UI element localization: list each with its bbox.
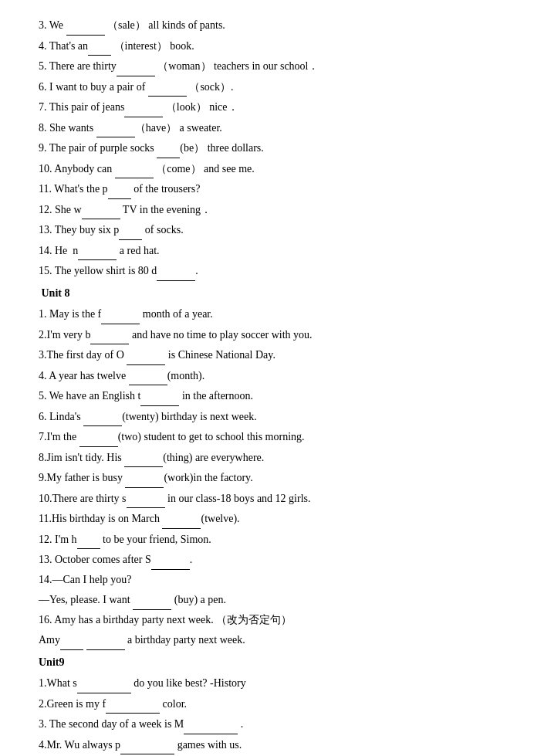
- blank-u8-17b: [86, 630, 125, 650]
- u8-line-7: 7.I'm the (two) student to get to school…: [39, 427, 495, 447]
- blank-u8-10: [127, 489, 165, 509]
- blank-u8-4: [129, 366, 167, 386]
- u8-line-8: 8.Jim isn't tidy. His (thing) are everyw…: [39, 448, 495, 468]
- blank-u9-2: [106, 694, 160, 714]
- u9-line-3: 3. The second day of a week is M .: [39, 714, 495, 734]
- blank-u8-3: [127, 345, 165, 365]
- blank-u8-2: [90, 325, 129, 345]
- blank-u8-17a: [60, 630, 83, 650]
- u9-line-2: 2.Green is my f color.: [39, 694, 495, 714]
- u8-line-11: 11.His birthday is on March (twelve).: [39, 509, 495, 529]
- u8-line-4: 4. A year has twelve (month).: [39, 366, 495, 386]
- u8-line-14: 14.—Can I help you?: [39, 571, 495, 590]
- u8-line-10: 10.There are thirty s in our class-18 bo…: [39, 489, 495, 509]
- line-4: 4. That's an （interest） book.: [39, 36, 495, 56]
- blank-u8-13: [151, 550, 190, 570]
- u8-line-6: 6. Linda's (twenty) birthday is next wee…: [39, 407, 495, 427]
- line-5: 5. There are thirty （woman） teachers in …: [39, 56, 495, 76]
- u8-instruction: （改为否定句）: [216, 614, 292, 625]
- blank-sale: [66, 15, 105, 36]
- main-content: 3. We （sale） all kinds of pants. 4. That…: [39, 15, 495, 756]
- blank-sock: [148, 77, 187, 97]
- u8-line-5: 5. We have an English t in the afternoon…: [39, 386, 495, 406]
- line-7: 7. This pair of jeans （look） nice．: [39, 97, 495, 117]
- line-9: 9. The pair of purple socks (be） three d…: [39, 138, 495, 158]
- blank-u9-3: [184, 714, 238, 734]
- line-11: 11. What's the p of the trousers?: [39, 179, 495, 199]
- u9-line-4: 4.Mr. Wu always p games with us.: [39, 735, 495, 755]
- blank-u8-9: [125, 468, 164, 488]
- blank-u9-4: [120, 735, 174, 755]
- blank-be: [157, 138, 180, 158]
- blank-u9-1: [77, 673, 131, 693]
- u8-line-17: Amy a birthday party next week.: [39, 630, 495, 650]
- u8-line-12: 12. I'm h to be your friend, Simon.: [39, 530, 495, 550]
- line-3: 3. We （sale） all kinds of pants.: [39, 15, 495, 36]
- line-10: 10. Anybody can （come） and see me.: [39, 159, 495, 179]
- blank-n: [78, 241, 117, 261]
- blank-u8-5: [140, 386, 179, 406]
- u8-line-1: 1. May is the f month of a year.: [39, 304, 495, 324]
- blank-w: [82, 200, 120, 220]
- blank-u8-6: [83, 407, 122, 427]
- blank-u8-8: [124, 448, 163, 468]
- unit8-title: Unit 8: [39, 284, 495, 303]
- blank-u8-7: [79, 427, 118, 447]
- blank-d: [157, 261, 195, 281]
- blank-have: [96, 118, 135, 138]
- blank-interest: [88, 36, 111, 56]
- blank-u8-1: [101, 304, 140, 324]
- blank-u8-11: [162, 509, 201, 529]
- blank-u8-12: [77, 530, 100, 550]
- u8-line-15: —Yes, please. I want (buy) a pen.: [39, 590, 495, 610]
- u8-line-9: 9.My father is busy (work)in the factory…: [39, 468, 495, 488]
- line-15: 15. The yellow shirt is 80 d .: [39, 261, 495, 281]
- blank-u8-15: [133, 590, 171, 610]
- blank-look: [124, 97, 163, 117]
- line-14: 14. He n a red hat.: [39, 241, 495, 261]
- u9-line-1: 1.What s do you like best? -History: [39, 673, 495, 693]
- line-12: 12. She w TV in the evening．: [39, 200, 495, 220]
- blank-woman: [117, 56, 155, 76]
- u8-line-2: 2.I'm very b and have no time to play so…: [39, 325, 495, 345]
- blank-come: [115, 159, 154, 179]
- u8-line-13: 13. October comes after S .: [39, 550, 495, 570]
- unit9-title: Unit9: [39, 653, 495, 673]
- line-8: 8. She wants （have） a sweater.: [39, 118, 495, 138]
- u8-line-16: 16. Amy has a birthday party next week. …: [39, 611, 495, 630]
- blank-p2: [119, 220, 142, 240]
- line-6: 6. I want to buy a pair of （sock）.: [39, 77, 495, 97]
- u8-line-3: 3.The first day of O is Chinese National…: [39, 345, 495, 365]
- blank-p1: [108, 179, 131, 199]
- line-13: 13. They buy six p of socks.: [39, 220, 495, 240]
